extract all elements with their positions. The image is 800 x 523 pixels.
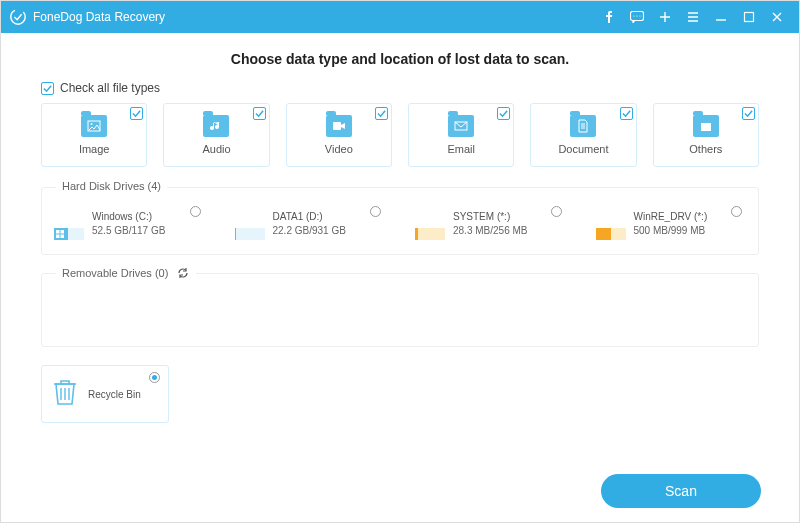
type-card-others[interactable]: Others (653, 103, 759, 167)
type-label: Email (447, 143, 475, 155)
drive-size: 500 MB/999 MB (634, 224, 708, 238)
recycle-bin-card[interactable]: Recycle Bin (41, 365, 169, 423)
titlebar: FoneDog Data Recovery (1, 1, 799, 33)
drive-text: Windows (C:)52.5 GB/117 GB (92, 210, 165, 238)
feedback-button[interactable] (623, 1, 651, 33)
removable-legend: Removable Drives (0) (56, 266, 196, 280)
svg-point-4 (639, 15, 640, 16)
type-card-video[interactable]: Video (286, 103, 392, 167)
type-label: Document (558, 143, 608, 155)
svg-rect-11 (56, 230, 60, 234)
drive-radio[interactable] (551, 206, 562, 217)
drive-item[interactable]: SYSTEM (*:)28.3 MB/256 MB (415, 210, 566, 240)
check-all-label: Check all file types (60, 81, 160, 95)
drive-size: 22.2 GB/931 GB (273, 224, 346, 238)
drive-size: 28.3 MB/256 MB (453, 224, 527, 238)
hdd-group: Hard Disk Drives (4) Windows (C:)52.5 GB… (41, 187, 759, 255)
drive-icon (415, 210, 445, 240)
logo-icon (9, 8, 27, 26)
check-all-checkbox[interactable] (41, 82, 54, 95)
removable-group: Removable Drives (0) (41, 273, 759, 347)
maximize-button[interactable] (735, 1, 763, 33)
drive-item[interactable]: WinRE_DRV (*:)500 MB/999 MB (596, 210, 747, 240)
add-button[interactable] (651, 1, 679, 33)
drive-icon (54, 210, 84, 240)
type-checkbox[interactable] (375, 107, 388, 120)
type-card-document[interactable]: Document (530, 103, 636, 167)
document-icon (570, 115, 596, 137)
type-checkbox[interactable] (742, 107, 755, 120)
drive-item[interactable]: DATA1 (D:)22.2 GB/931 GB (235, 210, 386, 240)
svg-rect-12 (61, 230, 65, 234)
titlebar-buttons (595, 1, 791, 33)
menu-button[interactable] (679, 1, 707, 33)
drive-text: DATA1 (D:)22.2 GB/931 GB (273, 210, 346, 238)
type-label: Video (325, 143, 353, 155)
drive-icon (235, 210, 265, 240)
facebook-button[interactable] (595, 1, 623, 33)
drive-name: Windows (C:) (92, 210, 165, 224)
app-title: FoneDog Data Recovery (33, 10, 165, 24)
type-checkbox[interactable] (497, 107, 510, 120)
check-all-row[interactable]: Check all file types (41, 81, 759, 95)
drive-size: 52.5 GB/117 GB (92, 224, 165, 238)
drive-text: SYSTEM (*:)28.3 MB/256 MB (453, 210, 527, 238)
svg-point-7 (91, 123, 93, 125)
drive-radio[interactable] (731, 206, 742, 217)
type-card-image[interactable]: Image (41, 103, 147, 167)
type-label: Image (79, 143, 110, 155)
type-checkbox[interactable] (620, 107, 633, 120)
svg-rect-8 (333, 122, 341, 130)
drive-icon (596, 210, 626, 240)
svg-point-2 (633, 15, 634, 16)
recycle-label: Recycle Bin (88, 389, 141, 400)
svg-rect-13 (56, 235, 60, 239)
minimize-button[interactable] (707, 1, 735, 33)
type-card-email[interactable]: Email (408, 103, 514, 167)
drive-radio[interactable] (190, 206, 201, 217)
svg-rect-10 (701, 123, 711, 131)
page-heading: Choose data type and location of lost da… (41, 51, 759, 67)
type-checkbox[interactable] (130, 107, 143, 120)
type-label: Audio (202, 143, 230, 155)
file-types-row: Image Audio Video Email Document Others (41, 103, 759, 167)
drive-name: SYSTEM (*:) (453, 210, 527, 224)
svg-rect-14 (61, 235, 65, 239)
type-label: Others (689, 143, 722, 155)
image-icon (81, 115, 107, 137)
recycle-bin-icon (52, 378, 78, 410)
drive-name: DATA1 (D:) (273, 210, 346, 224)
audio-icon (203, 115, 229, 137)
drive-radio[interactable] (370, 206, 381, 217)
hdd-legend: Hard Disk Drives (4) (56, 180, 167, 192)
type-card-audio[interactable]: Audio (163, 103, 269, 167)
email-icon (448, 115, 474, 137)
recycle-radio[interactable] (149, 372, 160, 383)
svg-rect-5 (745, 13, 754, 22)
scan-button[interactable]: Scan (601, 474, 761, 508)
drive-item[interactable]: Windows (C:)52.5 GB/117 GB (54, 210, 205, 240)
refresh-icon[interactable] (176, 266, 190, 280)
svg-point-3 (636, 15, 637, 16)
app-logo: FoneDog Data Recovery (9, 8, 165, 26)
type-checkbox[interactable] (253, 107, 266, 120)
others-icon (693, 115, 719, 137)
drive-name: WinRE_DRV (*:) (634, 210, 708, 224)
close-button[interactable] (763, 1, 791, 33)
video-icon (326, 115, 352, 137)
drive-text: WinRE_DRV (*:)500 MB/999 MB (634, 210, 708, 238)
svg-point-0 (11, 10, 25, 24)
